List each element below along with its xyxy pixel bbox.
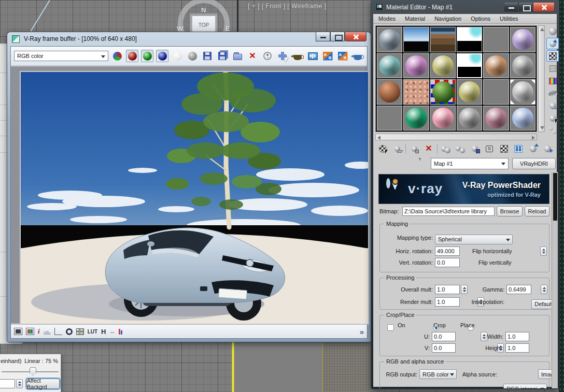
- reset-map-icon[interactable]: ✕: [422, 143, 435, 154]
- region-render-icon[interactable]: [276, 50, 289, 62]
- render-image[interactable]: [21, 72, 368, 324]
- red-channel-icon[interactable]: [126, 50, 138, 62]
- compass-north[interactable]: N: [201, 6, 206, 14]
- viewcube-top-face[interactable]: TOP: [192, 16, 216, 34]
- ba-compare-icon[interactable]: AB: [336, 50, 349, 62]
- material-swatch-sphere[interactable]: [483, 53, 509, 79]
- render-teapot-icon[interactable]: [351, 50, 364, 62]
- show-channels-panel-icon[interactable]: [26, 328, 34, 335]
- stamp-icon[interactable]: ↔: [109, 328, 115, 335]
- get-material-icon[interactable]: [376, 143, 389, 154]
- material-swatch-sphere[interactable]: [510, 53, 535, 79]
- white-balance-icon[interactable]: H: [101, 328, 106, 336]
- go-to-parent-icon[interactable]: [527, 143, 539, 154]
- material-type-button[interactable]: VRayHDRI: [512, 158, 556, 169]
- backlight-icon[interactable]: [546, 38, 559, 49]
- material-swatch-sphere[interactable]: [510, 106, 535, 131]
- show-pixel-info-icon[interactable]: [14, 328, 22, 335]
- material-swatch-empty[interactable]: [377, 106, 402, 131]
- make-preview-icon[interactable]: [546, 88, 559, 99]
- exposure-slider-thumb[interactable]: [30, 367, 36, 376]
- crop-width-field[interactable]: 1.0: [505, 332, 529, 341]
- material-swatch-sphere[interactable]: [430, 106, 456, 131]
- material-swatch-sphere[interactable]: [377, 53, 402, 79]
- material-swatch-sphere[interactable]: [403, 106, 429, 131]
- viewport-divider[interactable]: [237, 0, 238, 34]
- material-swatch-leaf[interactable]: [430, 79, 456, 105]
- go-forward-to-sibling-icon[interactable]: [541, 143, 554, 154]
- material-swatch-sphere[interactable]: [457, 79, 482, 105]
- menu-options[interactable]: Options: [471, 16, 490, 22]
- material-swatch-alpha[interactable]: [457, 53, 482, 79]
- alpha-channel-icon[interactable]: [171, 50, 184, 62]
- material-swatch-sky[interactable]: [403, 27, 429, 52]
- material-swatch-sphere[interactable]: [377, 27, 402, 52]
- green-channel-icon[interactable]: [141, 50, 153, 62]
- fb-titlebar[interactable]: V-Ray frame buffer - [100% of 640 x 480]: [7, 32, 371, 46]
- swatch-hscrollbar[interactable]: [375, 134, 537, 140]
- put-material-to-scene-icon[interactable]: [391, 143, 403, 154]
- compare-horizontal-icon[interactable]: [306, 50, 319, 62]
- image-info-icon[interactable]: i: [38, 327, 40, 336]
- material-swatch-alpha[interactable]: [457, 27, 482, 52]
- expand-chevron-icon[interactable]: »: [360, 327, 364, 336]
- material-swatch-sphere[interactable]: [510, 27, 535, 52]
- viewport-label[interactable]: [ + ] [ Front ] [ Wireframe ]: [248, 3, 327, 10]
- exposure-icon[interactable]: [66, 328, 73, 335]
- gamma-field[interactable]: 0.6499: [506, 285, 531, 294]
- vray-frame-buffer-window[interactable]: V-Ray frame buffer - [100% of 640 x 480]…: [7, 32, 371, 342]
- compass-east[interactable]: E: [225, 25, 230, 33]
- overall-mult-field[interactable]: 1.0: [435, 285, 460, 294]
- gamma-spinner[interactable]: [541, 285, 547, 294]
- minimize-button[interactable]: [316, 32, 330, 41]
- material-swatch-rust[interactable]: [377, 79, 402, 105]
- mapping-type-select[interactable]: Spherical: [435, 235, 513, 244]
- exposure-spinner-field[interactable]: 1.0: [0, 379, 15, 388]
- horiz-rotation-spinner[interactable]: [540, 246, 547, 256]
- crop-u-field[interactable]: 0.0: [432, 332, 456, 341]
- rgb-output-select[interactable]: RGB color: [419, 369, 457, 379]
- pixel-grid-icon[interactable]: [76, 328, 84, 335]
- select-by-material-icon[interactable]: [546, 112, 559, 124]
- material-swatch-empty[interactable]: [483, 27, 509, 52]
- overall-mult-spinner[interactable]: [461, 285, 468, 294]
- render-last-teapot-icon[interactable]: [291, 50, 304, 62]
- material-swatch-sphere[interactable]: [510, 79, 535, 105]
- material-swatch-sphere[interactable]: [403, 53, 429, 79]
- channel-select[interactable]: RGB color: [14, 51, 108, 61]
- swatch-vscrollbar[interactable]: [538, 25, 545, 132]
- menu-navigation[interactable]: Navigation: [434, 16, 461, 22]
- sample-type-icon[interactable]: [546, 25, 559, 37]
- put-to-library-icon[interactable]: [469, 143, 481, 154]
- material-name-select[interactable]: Map #1: [431, 158, 509, 169]
- interpolation-select[interactable]: Default: [531, 299, 552, 309]
- material-swatch-empty[interactable]: [483, 79, 509, 105]
- crop-v-field[interactable]: 0.0: [432, 343, 456, 353]
- mono-channel-icon[interactable]: [186, 50, 199, 62]
- rgb-channels-icon[interactable]: [111, 50, 123, 62]
- browse-button[interactable]: Browse: [497, 206, 523, 216]
- sample-uv-tiling-icon[interactable]: [546, 63, 559, 74]
- material-swatch-desert[interactable]: [430, 27, 456, 52]
- material-swatch-sphere[interactable]: [457, 106, 482, 131]
- menu-utilities[interactable]: Utilities: [500, 16, 518, 22]
- material-swatch-sphere[interactable]: [430, 53, 456, 79]
- crop-on-checkbox[interactable]: [387, 324, 394, 331]
- material-editor-window[interactable]: Material Editor - Map #1 Modes Material …: [371, 0, 559, 389]
- clear-image-icon[interactable]: ✕: [246, 50, 259, 62]
- save-all-channels-icon[interactable]: [216, 50, 229, 62]
- alpha-source-select[interactable]: Image alph: [538, 369, 552, 379]
- show-end-result-icon[interactable]: [512, 143, 525, 154]
- show-map-in-viewport-icon[interactable]: [498, 143, 510, 154]
- bitmap-field[interactable]: Z:\Data Source\3d\texture library: [402, 207, 495, 216]
- menu-material[interactable]: Material: [405, 16, 425, 22]
- crop-height-field[interactable]: 1.0: [505, 343, 529, 353]
- save-image-icon[interactable]: [201, 50, 214, 62]
- load-image-icon[interactable]: [231, 50, 244, 62]
- render-mult-field[interactable]: 1.0: [435, 297, 460, 307]
- make-material-copy-icon[interactable]: [440, 143, 452, 154]
- color-curve-icon[interactable]: [54, 328, 62, 335]
- material-map-navigator-icon[interactable]: [546, 125, 559, 136]
- mono-output-select[interactable]: RGB intensi: [503, 384, 547, 388]
- make-unique-icon[interactable]: [454, 143, 467, 154]
